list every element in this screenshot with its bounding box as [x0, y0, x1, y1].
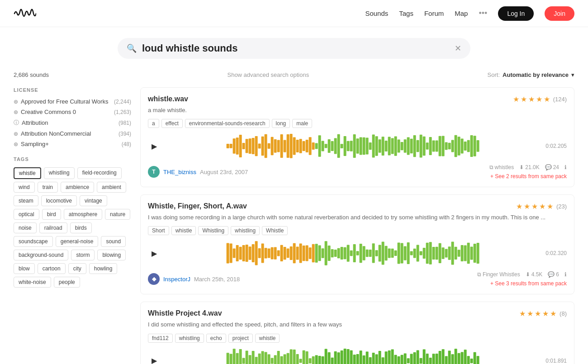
tag-cartoon[interactable]: cartoon: [38, 263, 66, 274]
svg-rect-58: [410, 139, 413, 153]
license-item-attr[interactable]: ⓘ Attribution (981): [14, 119, 131, 127]
sound-title[interactable]: Whistle Project 4.wav: [148, 309, 222, 317]
tag-birds[interactable]: birds: [70, 222, 92, 233]
tag-white-noise[interactable]: white-noise: [14, 277, 51, 288]
tag-soundscape[interactable]: soundscape: [14, 236, 53, 247]
tag-field-recording[interactable]: field-recording: [77, 167, 122, 179]
tag-bird[interactable]: bird: [42, 209, 61, 220]
license-icon-free: ⊛: [14, 99, 18, 105]
sound-tag[interactable]: long: [272, 119, 290, 128]
tag-train[interactable]: train: [38, 182, 58, 193]
see-more-link[interactable]: + See 2 results from same pack: [490, 173, 567, 180]
sort-value[interactable]: Automatic by relevance: [503, 71, 569, 78]
sound-tag[interactable]: male: [292, 119, 312, 128]
info-icon[interactable]: ℹ: [564, 271, 567, 278]
license-item-noncomm[interactable]: ⊛ Attribution NonCommercial (394): [14, 130, 131, 137]
see-more-link[interactable]: + See 3 results from same pack: [490, 280, 567, 287]
tag-ambience[interactable]: ambience: [61, 182, 94, 193]
login-button[interactable]: Log In: [498, 6, 534, 21]
clear-search-icon[interactable]: ✕: [455, 43, 461, 53]
username[interactable]: InspectorJ: [163, 276, 190, 283]
sound-tag[interactable]: environmental-sounds-research: [185, 119, 270, 128]
sound-tag[interactable]: whistling: [231, 226, 260, 235]
advanced-search-toggle[interactable]: Show advanced search options: [227, 71, 309, 78]
sound-tag[interactable]: Whistling: [198, 226, 228, 235]
svg-rect-200: [353, 355, 356, 364]
tag-noise[interactable]: noise: [14, 222, 37, 233]
star-rating: ★★★★★ (8): [519, 309, 567, 318]
tag-atmosphere[interactable]: atmosphere: [64, 209, 102, 220]
svg-rect-101: [293, 243, 296, 263]
tag-locomotive[interactable]: locomotive: [41, 195, 77, 206]
pack-name[interactable]: ⧉ whistles: [489, 164, 514, 170]
nav-map[interactable]: Map: [455, 9, 468, 17]
tag-city[interactable]: city: [68, 263, 86, 274]
nav-sounds[interactable]: Sounds: [365, 9, 388, 17]
svg-rect-27: [312, 142, 315, 150]
svg-rect-168: [252, 351, 255, 364]
nav-forum[interactable]: Forum: [424, 9, 444, 17]
license-label-cc0: ⊛ Creative Commons 0: [14, 109, 76, 115]
tag-storm[interactable]: storm: [71, 250, 95, 260]
nav-tags[interactable]: Tags: [399, 9, 413, 17]
tag-optical[interactable]: optical: [14, 209, 39, 220]
logo[interactable]: [14, 5, 36, 21]
sound-tag[interactable]: effect: [161, 119, 183, 128]
sound-tag[interactable]: whistle: [255, 334, 280, 343]
join-button[interactable]: Join: [545, 6, 574, 21]
svg-rect-39: [350, 141, 353, 151]
sound-tag[interactable]: Short: [148, 226, 169, 235]
sort-chevron-icon[interactable]: ▾: [571, 71, 574, 78]
tag-vintage[interactable]: vintage: [80, 195, 107, 206]
tag-wind[interactable]: wind: [14, 182, 35, 193]
svg-rect-78: [474, 136, 476, 156]
info-icon[interactable]: ℹ: [564, 164, 567, 170]
svg-rect-171: [261, 351, 264, 364]
tag-howling[interactable]: howling: [89, 263, 118, 274]
tag-railroad[interactable]: railroad: [39, 222, 67, 233]
sound-tag[interactable]: Whistle: [262, 226, 288, 235]
svg-rect-215: [401, 355, 403, 364]
tag-sound[interactable]: sound: [101, 236, 126, 247]
tag-general-noise[interactable]: general-noise: [56, 236, 99, 247]
footer-right: ⧉ Finger Whistles ⬇ 4.5K 💬 6 ℹ + See 3 r…: [477, 271, 567, 287]
sound-tag[interactable]: project: [228, 334, 253, 343]
search-input[interactable]: [142, 43, 455, 54]
sound-tag[interactable]: whistling: [175, 334, 204, 343]
sound-tag[interactable]: fnd112: [148, 334, 173, 343]
username[interactable]: THE_bizniss: [163, 169, 196, 175]
tag-people[interactable]: people: [54, 277, 80, 288]
svg-rect-127: [375, 251, 378, 257]
svg-rect-70: [448, 143, 451, 149]
play-button[interactable]: ▶: [148, 247, 161, 260]
license-item-sampling[interactable]: ⊛ Sampling+ (48): [14, 141, 131, 147]
sound-title[interactable]: whistle.wav: [148, 95, 188, 103]
tag-background-sound[interactable]: background-sound: [14, 250, 68, 260]
svg-rect-110: [322, 249, 324, 259]
pack-name[interactable]: ⧉ Finger Whistles: [477, 271, 520, 278]
tag-steam[interactable]: steam: [14, 195, 38, 206]
svg-rect-197: [344, 349, 346, 364]
tag-whistle[interactable]: whistle: [14, 167, 41, 179]
license-item-free[interactable]: ⊛ Approved for Free Cultural Works (2,24…: [14, 98, 131, 105]
tag-ambient[interactable]: ambient: [97, 182, 126, 193]
tag-whistling[interactable]: whistling: [44, 167, 75, 179]
sound-tag[interactable]: whistle: [171, 226, 196, 235]
svg-rect-55: [401, 142, 403, 150]
sound-tag[interactable]: echo: [206, 334, 226, 343]
nav-more[interactable]: •••: [479, 9, 487, 18]
sound-title[interactable]: Whistle, Finger, Short, A.wav: [148, 202, 247, 210]
tag-nature[interactable]: nature: [105, 209, 130, 220]
tag-blow[interactable]: blow: [14, 263, 35, 274]
sound-card-2: Whistle, Finger, Short, A.wav ★★★★★ (23)…: [140, 194, 574, 294]
svg-rect-180: [290, 349, 293, 364]
play-button[interactable]: ▶: [148, 140, 161, 152]
svg-rect-30: [322, 141, 324, 151]
license-item-cc0[interactable]: ⊛ Creative Commons 0 (1,263): [14, 109, 131, 115]
play-button[interactable]: ▶: [148, 355, 161, 364]
tag-blowing[interactable]: blowing: [97, 250, 126, 260]
sound-tag[interactable]: a: [148, 119, 159, 128]
svg-rect-189: [318, 356, 321, 364]
svg-rect-103: [299, 244, 302, 263]
svg-rect-147: [439, 243, 441, 263]
